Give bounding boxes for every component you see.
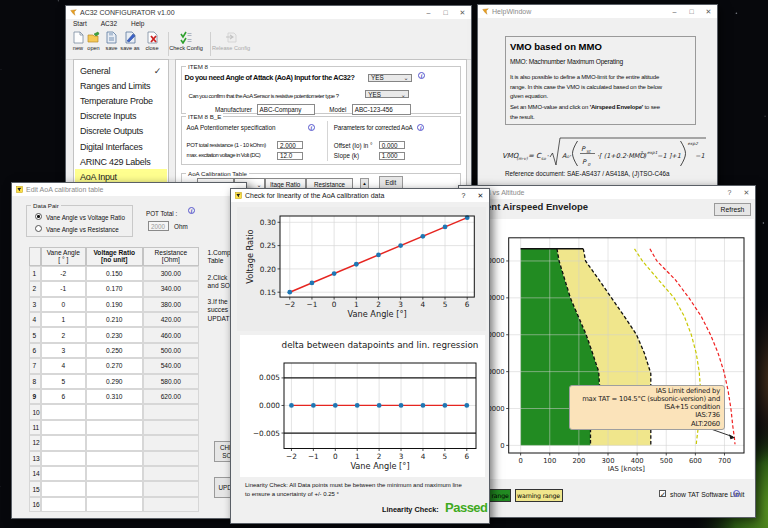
table-cell[interactable] — [143, 420, 199, 435]
table-cell[interactable] — [86, 466, 143, 481]
table-cell[interactable]: 4 — [41, 358, 86, 373]
sidebar-item-digital-interfaces[interactable]: Digital Interfaces — [75, 139, 167, 154]
manufacturer-field[interactable]: ABC-Company — [257, 104, 316, 114]
sidebar-item-general[interactable]: General✓ — [75, 63, 167, 78]
close-button[interactable]: ✕ — [472, 189, 489, 202]
pot-total-info-icon[interactable]: i — [188, 207, 195, 214]
tat-limit-checkbox[interactable]: ✓ — [659, 490, 666, 497]
calib-scroll-up[interactable]: ▲ — [360, 178, 369, 189]
table-cell[interactable] — [41, 420, 86, 435]
table-cell[interactable]: 0.190 — [86, 297, 143, 312]
table-cell[interactable] — [143, 466, 199, 481]
sidebar-item-discrete-outputs[interactable]: Discrete Outputs — [75, 124, 167, 139]
table-cell[interactable] — [41, 466, 86, 481]
help-button[interactable]: ? — [721, 186, 738, 199]
sidebar-item-arinc-429-labels[interactable]: ARINC 429 Labels — [75, 154, 167, 169]
minimize-button[interactable]: – — [420, 6, 437, 19]
sidebar-item-discrete-inputs[interactable]: Discrete Inputs — [75, 109, 167, 124]
maximize-button[interactable]: □ — [437, 6, 454, 19]
table-cell[interactable]: 6 — [41, 389, 86, 404]
menu-help[interactable]: Help — [124, 19, 151, 29]
table-cell[interactable]: 540.00 — [143, 358, 199, 373]
table-cell[interactable]: 380.00 — [143, 297, 199, 312]
table-cell[interactable]: 580.00 — [143, 374, 199, 389]
table-cell[interactable]: 5 — [41, 374, 86, 389]
maximize-button[interactable]: □ — [683, 5, 700, 18]
table-cell[interactable]: 0.150 — [86, 266, 143, 281]
svg-text:0.30: 0.30 — [260, 218, 277, 227]
table-cell[interactable] — [41, 481, 86, 496]
table-cell[interactable]: 0.170 — [86, 281, 143, 296]
refresh-button[interactable]: Refresh — [714, 203, 751, 216]
radio-voltage-ratio[interactable] — [35, 213, 42, 220]
table-cell[interactable] — [86, 404, 143, 419]
sidebar-item-ranges-and-limits[interactable]: Ranges and Limits — [75, 78, 167, 93]
table-cell[interactable] — [143, 451, 199, 466]
table-cell[interactable]: 500.00 — [143, 343, 199, 358]
table-cell[interactable]: 0.210 — [86, 312, 143, 327]
radio-resistance[interactable] — [35, 225, 42, 232]
table-cell[interactable]: -1 — [41, 281, 86, 296]
excitation-field[interactable]: 12.0 — [277, 152, 303, 160]
table-cell[interactable] — [143, 481, 199, 496]
pot-resistance-field[interactable]: 2.000 — [277, 141, 303, 149]
table-cell[interactable] — [86, 420, 143, 435]
close-button[interactable]: ✕ — [738, 186, 755, 199]
table-cell[interactable]: 340.00 — [143, 281, 199, 296]
svg-text:delta between datapoints and l: delta between datapoints and lin. regres… — [282, 340, 479, 350]
svg-text:0.25: 0.25 — [260, 241, 276, 250]
help-button[interactable]: ? — [455, 189, 472, 202]
model-field[interactable]: ABC-123-456 — [352, 104, 411, 114]
close-button[interactable]: ✕ — [454, 6, 471, 19]
row-number: 10 — [29, 404, 40, 419]
sidebar-item-temperature-probe[interactable]: Temperature Probe — [75, 93, 167, 108]
aoa-input-select[interactable]: YES⌄ — [368, 74, 412, 83]
sensor-type-select[interactable]: YES⌄ — [365, 90, 409, 99]
table-cell[interactable]: 3 — [41, 343, 86, 358]
menu-start[interactable]: Start — [66, 19, 94, 29]
table-cell[interactable] — [41, 404, 86, 419]
table-cell[interactable]: 420.00 — [143, 312, 199, 327]
pot-spec-info-icon[interactable]: i — [308, 124, 315, 131]
table-cell[interactable]: 460.00 — [143, 327, 199, 342]
table-cell[interactable] — [41, 497, 86, 512]
toolbar-check-config[interactable]: Check Config — [169, 31, 203, 51]
configurator-titlebar[interactable]: AC32 CONFIGURATOR v1.00 – □ ✕ — [66, 6, 471, 19]
table-cell[interactable]: -2 — [41, 266, 86, 281]
table-cell[interactable] — [41, 451, 86, 466]
table-cell[interactable] — [143, 497, 199, 512]
table-cell[interactable]: 0.270 — [86, 358, 143, 373]
table-cell[interactable]: 2 — [41, 327, 86, 342]
toolbar-close[interactable]: close — [135, 31, 169, 51]
table-cell[interactable]: 620.00 — [143, 389, 199, 404]
menu-ac32[interactable]: AC32 — [94, 19, 124, 29]
table-cell[interactable] — [86, 497, 143, 512]
help-titlebar[interactable]: HelpWindow – □ ✕ — [478, 5, 717, 18]
table-cell[interactable]: 300.00 — [143, 266, 199, 281]
table-cell[interactable] — [143, 404, 199, 419]
table-cell[interactable] — [41, 435, 86, 450]
table-cell[interactable]: 1 — [41, 312, 86, 327]
table-cell[interactable] — [143, 435, 199, 450]
edit-titlebar[interactable]: Edit AoA calibration table — [12, 183, 246, 196]
tat-limit-info-icon[interactable]: i — [733, 490, 740, 497]
linearity-titlebar[interactable]: Check for linearity of the AoA calibrati… — [231, 189, 489, 202]
close-button[interactable]: ✕ — [700, 5, 717, 18]
table-cell[interactable]: 0.310 — [86, 389, 143, 404]
slope-field[interactable]: 1.000 — [379, 152, 405, 160]
table-cell[interactable] — [86, 451, 143, 466]
svg-text:3: 3 — [398, 300, 403, 309]
table-cell[interactable] — [86, 481, 143, 496]
minimize-button[interactable]: – — [666, 5, 683, 18]
item8-q1-info-icon[interactable]: i — [418, 72, 425, 79]
envelope-titlebar[interactable]: Airspeed vs Altitude ? ✕ — [459, 186, 755, 199]
row-number: 2 — [29, 281, 40, 296]
table-cell[interactable]: 0 — [41, 297, 86, 312]
offset-field[interactable]: 0.000 — [379, 141, 405, 149]
row-number: 15 — [29, 481, 40, 496]
table-cell[interactable] — [86, 435, 143, 450]
table-cell[interactable]: 0.230 — [86, 327, 143, 342]
table-cell[interactable]: 0.250 — [86, 343, 143, 358]
pot-total-field[interactable]: 2000 — [148, 221, 169, 231]
table-cell[interactable]: 0.290 — [86, 374, 143, 389]
